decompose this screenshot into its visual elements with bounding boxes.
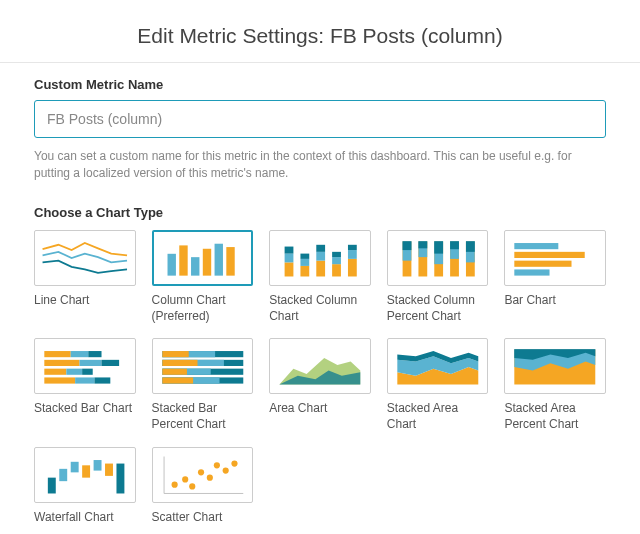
column-chart-icon (152, 230, 254, 286)
svg-rect-73 (59, 468, 67, 480)
svg-rect-7 (285, 253, 294, 262)
area-chart-icon (269, 338, 371, 394)
chart-option-label: Area Chart (269, 400, 371, 416)
custom-name-section: Custom Metric Name You can set a custom … (34, 77, 606, 183)
svg-rect-57 (162, 360, 197, 366)
line-chart-icon (34, 230, 136, 286)
chart-option-label: Waterfall Chart (34, 509, 136, 525)
stacked-bar-percent-chart-icon (152, 338, 254, 394)
chart-option-label: Bar Chart (504, 292, 606, 308)
svg-rect-3 (202, 249, 210, 276)
svg-rect-60 (162, 369, 187, 375)
svg-rect-29 (434, 241, 443, 253)
svg-rect-44 (80, 360, 102, 366)
svg-rect-23 (402, 241, 411, 250)
chart-option-label: Scatter Chart (152, 509, 254, 525)
svg-rect-0 (167, 254, 175, 276)
svg-rect-32 (450, 241, 459, 249)
svg-rect-36 (515, 243, 559, 249)
chart-option-label: Stacked Area Percent Chart (504, 400, 606, 432)
bar-chart-icon (504, 230, 606, 286)
chart-option-area[interactable]: Area Chart (269, 338, 371, 432)
chart-option-column[interactable]: Column Chart (Preferred) (152, 230, 254, 324)
stacked-bar-chart-icon (34, 338, 136, 394)
svg-rect-37 (515, 252, 585, 258)
svg-rect-76 (94, 460, 102, 471)
svg-rect-43 (44, 360, 79, 366)
svg-rect-16 (332, 257, 341, 264)
svg-rect-50 (75, 378, 94, 384)
svg-rect-19 (348, 250, 357, 259)
svg-rect-41 (71, 351, 89, 357)
custom-name-help: You can set a custom name for this metri… (34, 148, 606, 183)
svg-rect-54 (162, 351, 188, 357)
svg-point-86 (213, 462, 219, 468)
chart-option-label: Stacked Area Chart (387, 400, 489, 432)
custom-name-label: Custom Metric Name (34, 77, 606, 92)
svg-rect-8 (285, 246, 294, 253)
svg-rect-45 (102, 360, 120, 366)
svg-rect-10 (301, 259, 310, 266)
svg-rect-42 (88, 351, 101, 357)
chart-option-stacked-bar[interactable]: Stacked Bar Chart (34, 338, 136, 432)
svg-rect-14 (316, 245, 325, 252)
chart-type-section: Choose a Chart Type Line Chart (34, 205, 606, 525)
svg-rect-49 (44, 378, 75, 384)
chart-option-label: Stacked Bar Chart (34, 400, 136, 416)
svg-rect-38 (515, 260, 572, 266)
svg-rect-72 (48, 477, 56, 493)
svg-rect-48 (82, 369, 93, 375)
chart-option-label: Stacked Column Percent Chart (387, 292, 489, 324)
svg-rect-6 (285, 262, 294, 276)
custom-name-input[interactable] (34, 100, 606, 138)
chart-option-stacked-column-percent[interactable]: Stacked Column Percent Chart (387, 230, 489, 324)
svg-rect-15 (332, 264, 341, 276)
svg-point-81 (171, 481, 177, 487)
dialog-title: Edit Metric Settings: FB Posts (column) (0, 24, 640, 48)
svg-rect-47 (66, 369, 82, 375)
svg-rect-4 (214, 244, 222, 276)
svg-rect-18 (348, 259, 357, 277)
chart-type-grid: Line Chart Column Chart (Preferred) (34, 230, 606, 525)
svg-rect-11 (301, 253, 310, 258)
dialog-header: Edit Metric Settings: FB Posts (column) (0, 0, 640, 63)
chart-option-line[interactable]: Line Chart (34, 230, 136, 324)
svg-rect-46 (44, 369, 66, 375)
stacked-column-chart-icon (269, 230, 371, 286)
chart-type-label: Choose a Chart Type (34, 205, 606, 220)
chart-option-label: Stacked Bar Percent Chart (152, 400, 254, 432)
chart-option-label: Stacked Column Chart (269, 292, 371, 324)
svg-point-83 (189, 483, 195, 489)
chart-option-stacked-area-percent[interactable]: Stacked Area Percent Chart (504, 338, 606, 432)
waterfall-chart-icon (34, 447, 136, 503)
chart-option-stacked-area[interactable]: Stacked Area Chart (387, 338, 489, 432)
svg-rect-40 (44, 351, 70, 357)
chart-option-stacked-column[interactable]: Stacked Column Chart (269, 230, 371, 324)
svg-point-82 (182, 476, 188, 482)
svg-rect-35 (466, 241, 475, 252)
chart-option-bar[interactable]: Bar Chart (504, 230, 606, 324)
svg-point-88 (231, 460, 237, 466)
svg-point-85 (206, 474, 212, 480)
svg-rect-1 (179, 245, 187, 275)
svg-rect-9 (301, 266, 310, 277)
stacked-area-percent-chart-icon (504, 338, 606, 394)
svg-rect-75 (82, 465, 90, 477)
chart-option-label: Line Chart (34, 292, 136, 308)
svg-rect-13 (316, 252, 325, 261)
stacked-column-percent-chart-icon (387, 230, 489, 286)
svg-rect-74 (71, 461, 79, 472)
stacked-area-chart-icon (387, 338, 489, 394)
svg-rect-20 (348, 245, 357, 250)
dialog-body: Custom Metric Name You can set a custom … (0, 63, 640, 534)
svg-point-87 (222, 467, 228, 473)
svg-point-84 (198, 469, 204, 475)
chart-option-label: Column Chart (Preferred) (152, 292, 254, 324)
svg-rect-12 (316, 260, 325, 276)
chart-option-scatter[interactable]: Scatter Chart (152, 447, 254, 525)
svg-rect-17 (332, 252, 341, 257)
svg-rect-63 (162, 378, 193, 384)
chart-option-waterfall[interactable]: Waterfall Chart (34, 447, 136, 525)
svg-rect-26 (418, 241, 427, 248)
chart-option-stacked-bar-percent[interactable]: Stacked Bar Percent Chart (152, 338, 254, 432)
